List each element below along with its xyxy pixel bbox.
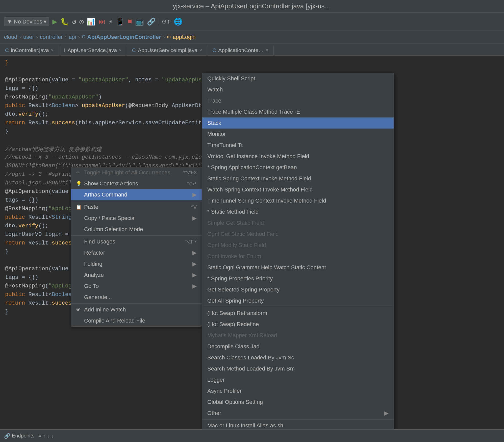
down-icon[interactable]: ↓: [47, 433, 49, 439]
art-mybatis-reload[interactable]: Mybatis Mapper Xml Reload: [202, 330, 394, 341]
art-search-classes[interactable]: Search Classes Loaded By Jvm Sc: [202, 352, 394, 363]
attach-icon[interactable]: 🔗: [147, 17, 156, 26]
tab-appuserservice[interactable]: I AppUserService.java ×: [59, 45, 127, 55]
rebuild-icon[interactable]: ↺: [72, 17, 77, 26]
ctx-add-inline-watch[interactable]: 👁 Add Inline Watch: [71, 304, 202, 315]
art-ognl-invoke-enum[interactable]: Ognl Invoke for Enum: [202, 251, 394, 262]
art-static-method-field[interactable]: * Static Method Field: [202, 206, 394, 217]
device-selector[interactable]: ▼ No Devices ▾: [4, 17, 49, 26]
breadcrumb-method[interactable]: appLogin: [173, 34, 196, 40]
copy-icon: [76, 216, 82, 221]
ctx-paste-label: Paste: [84, 204, 189, 210]
art-spring-properties-priority[interactable]: * Spring Properties Priority: [202, 273, 394, 284]
ctx-find-usages[interactable]: Find Usages ⌥F7: [71, 236, 202, 247]
list-icon[interactable]: ≡: [38, 433, 41, 439]
art-global-options[interactable]: Global Options Setting: [202, 397, 394, 408]
breadcrumb-cloud[interactable]: cloud: [4, 34, 17, 40]
art-logger[interactable]: Logger: [202, 374, 394, 385]
ctx-folding-label: Folding: [84, 261, 188, 267]
ctx-generate[interactable]: Generate...: [71, 292, 202, 303]
ctx-copy-paste-special[interactable]: Copy / Paste Special ▶: [71, 213, 202, 224]
ctx-paste[interactable]: 📋 Paste ^V: [71, 202, 202, 213]
ctx-column-label: Column Selection Mode: [84, 226, 197, 233]
art-spring-getbean[interactable]: * Spring ApplicationContext getBean: [202, 162, 394, 173]
ctx-column-selection[interactable]: Column Selection Mode: [71, 224, 202, 235]
art-search-method[interactable]: Search Method Loaded By Jvm Sm: [202, 363, 394, 374]
art-stack[interactable]: Stack: [202, 117, 394, 129]
ctx-show-context[interactable]: 💡 Show Context Actions ⌥↵: [71, 178, 202, 189]
profile-icon[interactable]: ◎: [79, 17, 84, 26]
art-monitor[interactable]: Monitor: [202, 129, 394, 140]
toolbar-separator: [159, 18, 159, 26]
art-async-profiler[interactable]: Async Profiler: [202, 385, 394, 397]
tab-close-4[interactable]: ×: [266, 48, 268, 53]
tab-close-1[interactable]: ×: [51, 48, 54, 53]
breadcrumb-class[interactable]: ApiAppUserLoginController: [87, 34, 161, 40]
stop-square-icon[interactable]: ■: [128, 18, 132, 26]
art-other[interactable]: Other ▶: [202, 408, 394, 419]
art-watch[interactable]: Watch: [202, 84, 394, 95]
tab-label-1: inController.java: [11, 47, 49, 53]
ctx-arthas-command[interactable]: Arthas Command ▶: [71, 189, 202, 200]
art-quickly-shell-label: Quickly Shell Script: [207, 75, 255, 82]
ctx-toggle-highlight[interactable]: ✏ Toggle Highlight of All Occurrences ^⌥…: [71, 167, 202, 178]
down2-icon[interactable]: ↓: [51, 433, 54, 439]
code-editor[interactable]: } @ApiOperation(value = "updataAppUser",…: [0, 56, 504, 429]
art-trace-multiple-label: Trace Multiple Class Method Trace -E: [207, 109, 300, 115]
art-mac-linux-alias[interactable]: Mac or Linux Install Alias as.sh: [202, 420, 394, 429]
tab-appuserserviceimpl[interactable]: C AppUserServiceImpl.java ×: [127, 45, 207, 55]
stop-icon[interactable]: ⏭: [98, 17, 106, 26]
art-quickly-shell[interactable]: Quickly Shell Script: [202, 73, 394, 84]
frame-icon[interactable]: 📺: [135, 17, 144, 26]
git-global-icon[interactable]: 🌐: [174, 17, 183, 26]
device-icon[interactable]: 📱: [116, 17, 125, 26]
art-timetunnel-label: TimeTunnel Tt: [207, 142, 243, 149]
title-bar: yjx-service – ApiAppUserLoginController.…: [0, 0, 504, 13]
ctx-toggle-shortcut: ^⌥F3: [183, 169, 197, 176]
art-static-ognl-grammar[interactable]: Static Ognl Grammar Help Watch Static Co…: [202, 262, 394, 273]
art-vmtool-get[interactable]: Vmtool Get Instance Invoke Method Field: [202, 151, 394, 162]
ctx-go-to[interactable]: Go To ▶: [71, 281, 202, 292]
breadcrumb-user[interactable]: user: [23, 34, 34, 40]
art-trace-multiple[interactable]: Trace Multiple Class Method Trace -E: [202, 106, 394, 117]
context-menu: ✏ Toggle Highlight of All Occurrences ^⌥…: [71, 167, 202, 327]
art-get-selected-spring[interactable]: Get Selected Spring Property: [202, 284, 394, 295]
ctx-analyze-label: Analyze: [84, 272, 188, 278]
compile-icon: [76, 318, 82, 324]
ctx-compile-reload[interactable]: Compile And Reload File: [71, 315, 202, 326]
ctx-folding[interactable]: Folding ▶: [71, 258, 202, 269]
coverage-icon[interactable]: 📊: [87, 17, 95, 26]
art-timetunnel[interactable]: TimeTunnel Tt: [202, 140, 394, 151]
reload-icon[interactable]: ⚡: [109, 17, 113, 26]
endpoints-item[interactable]: 🔗 Endpoints: [4, 433, 34, 439]
art-hot-swap-redefine[interactable]: (Hot Swap) Redefine: [202, 319, 394, 330]
art-hot-swap-retransform[interactable]: (Hot Swap) Retransform: [202, 308, 394, 319]
art-simple-get-static[interactable]: Simple Get Static Field: [202, 217, 394, 229]
art-trace[interactable]: Trace: [202, 95, 394, 106]
art-spring-props-label: * Spring Properties Priority: [207, 275, 273, 282]
art-ognl-modify-static[interactable]: Ognl Modify Static Field: [202, 240, 394, 251]
arthas-icon: [76, 192, 82, 198]
art-timetunnel-spring[interactable]: TimeTunnel Spring Context Invoke Method …: [202, 195, 394, 206]
art-watch-spring-context[interactable]: Watch Spring Context Invoke Method Field: [202, 184, 394, 195]
ctx-refactor-label: Refactor: [84, 250, 188, 256]
art-global-label: Global Options Setting: [207, 399, 263, 405]
ctx-analyze[interactable]: Analyze ▶: [71, 269, 202, 281]
art-static-spring-context[interactable]: Static Spring Context Invoke Method Fiel…: [202, 173, 394, 184]
breadcrumb-controller[interactable]: controller: [40, 34, 63, 40]
breadcrumb-api[interactable]: api: [69, 34, 76, 40]
tab-close-3[interactable]: ×: [199, 48, 202, 53]
tab-close-2[interactable]: ×: [119, 48, 122, 53]
debug-icon[interactable]: 🐛: [60, 17, 69, 26]
ctx-generate-label: Generate...: [84, 294, 197, 301]
art-ognl-get-static[interactable]: Ognl Get Static Method Field: [202, 229, 394, 240]
ctx-show-context-label: Show Context Actions: [84, 180, 185, 187]
art-decompile-jad[interactable]: Decompile Class Jad: [202, 341, 394, 352]
tab-label-4: ApplicationConte…: [218, 47, 264, 53]
run-icon[interactable]: ▶: [52, 17, 57, 27]
tab-applicationcontext[interactable]: C ApplicationConte… ×: [207, 45, 273, 55]
ctx-refactor[interactable]: Refactor ▶: [71, 247, 202, 258]
up-icon[interactable]: ↑: [43, 433, 45, 439]
tab-incontroller[interactable]: C inController.java ×: [0, 45, 59, 55]
art-get-all-spring[interactable]: Get All Spring Property: [202, 295, 394, 306]
